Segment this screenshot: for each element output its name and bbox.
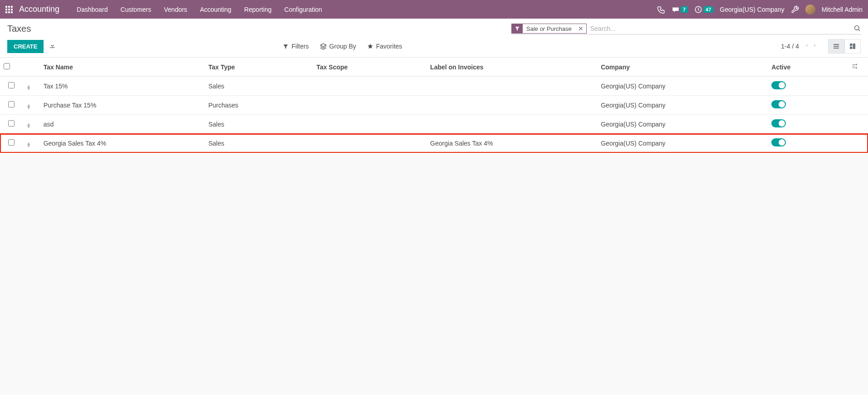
favorites-dropdown[interactable]: Favorites [367,43,402,50]
cell-label: Georgia Sales Tax 4% [427,134,597,153]
col-header-name[interactable]: Tax Name [40,58,205,77]
activities-badge: 47 [703,6,713,13]
col-header-active[interactable]: Active [768,58,848,77]
drag-handle-icon[interactable]: ▲▼ [23,77,39,96]
cell-name: Purchase Tax 15% [40,96,205,115]
cell-active [768,134,848,153]
page-title: Taxes [7,24,31,34]
active-toggle[interactable] [771,81,786,89]
messages-icon[interactable]: 7 [672,5,688,14]
row-checkbox[interactable] [8,101,15,107]
drag-handle-icon[interactable]: ▲▼ [23,96,39,115]
table-row[interactable]: ▲▼Purchase Tax 15%PurchasesGeorgia(US) C… [0,96,868,115]
col-header-company[interactable]: Company [597,58,768,77]
svg-point-3 [856,67,857,68]
cell-company: Georgia(US) Company [597,77,768,96]
groupby-dropdown[interactable]: Group By [320,43,356,50]
table-row[interactable]: ▲▼Georgia Sales Tax 4%SalesGeorgia Sales… [0,134,868,153]
cell-scope [313,115,427,134]
cell-scope [313,134,427,153]
cell-label [427,115,597,134]
drag-handle-icon[interactable]: ▲▼ [23,134,39,153]
nav-item-vendors[interactable]: Vendors [157,6,193,13]
active-toggle[interactable] [771,100,786,108]
taxes-table: Tax Name Tax Type Tax Scope Label on Inv… [0,58,868,153]
col-header-scope[interactable]: Tax Scope [313,58,427,77]
cell-label [427,96,597,115]
pager: 1-4 / 4 [781,39,861,54]
col-header-label[interactable]: Label on Invoices [427,58,597,77]
company-selector[interactable]: Georgia(US) Company [720,6,784,13]
favorites-label: Favorites [376,43,402,50]
table-row[interactable]: ▲▼Tax 15%SalesGeorgia(US) Company [0,77,868,96]
search-facet: Sale or Purchase ✕ [511,24,587,34]
nav-item-customers[interactable]: Customers [114,6,158,13]
cell-label [427,77,597,96]
filters-label: Filters [291,43,309,50]
messages-badge: 7 [681,6,688,13]
row-checkbox[interactable] [8,82,15,88]
filters-dropdown[interactable]: Filters [283,43,309,50]
cell-company: Georgia(US) Company [597,115,768,134]
drag-handle-icon[interactable]: ▲▼ [23,115,39,134]
avatar[interactable] [805,5,815,15]
view-kanban-button[interactable] [844,39,861,54]
cell-type: Sales [205,134,313,153]
select-all-checkbox[interactable] [4,63,10,69]
nav-item-reporting[interactable]: Reporting [238,6,278,13]
optional-columns-icon[interactable] [848,58,868,77]
nav-item-configuration[interactable]: Configuration [278,6,329,13]
search-input[interactable] [587,23,861,34]
facet-remove[interactable]: ✕ [575,25,586,32]
cell-name: asd [40,115,205,134]
list-view: Tax Name Tax Type Tax Scope Label on Inv… [0,58,868,153]
cell-active [768,96,848,115]
activities-icon[interactable]: 47 [694,5,713,14]
cell-type: Sales [205,115,313,134]
col-header-type[interactable]: Tax Type [205,58,313,77]
debug-icon[interactable] [791,5,799,14]
import-icon[interactable] [49,42,56,50]
pager-value[interactable]: 1-4 / 4 [781,43,799,50]
row-checkbox[interactable] [8,139,15,146]
top-navbar: Accounting Dashboard Customers Vendors A… [0,0,868,19]
app-brand[interactable]: Accounting [19,5,59,14]
phone-icon[interactable] [657,5,665,14]
svg-point-2 [856,64,857,65]
search-area: Sale or Purchase ✕ [511,23,861,34]
active-toggle[interactable] [771,138,786,146]
cell-scope [313,96,427,115]
groupby-label: Group By [329,43,356,50]
facet-label: Sale or Purchase [523,24,575,33]
create-button[interactable]: CREATE [7,40,44,53]
cell-type: Sales [205,77,313,96]
view-list-button[interactable] [828,39,844,54]
cell-name: Tax 15% [40,77,205,96]
cell-active [768,115,848,134]
pager-prev[interactable] [804,42,809,50]
control-panel: Taxes Sale or Purchase ✕ CREATE [0,19,868,58]
cell-company: Georgia(US) Company [597,96,768,115]
cell-name: Georgia Sales Tax 4% [40,134,205,153]
nav-item-accounting[interactable]: Accounting [194,6,238,13]
funnel-icon [512,24,523,33]
cell-type: Purchases [205,96,313,115]
row-checkbox[interactable] [8,120,15,127]
cell-scope [313,77,427,96]
user-menu[interactable]: Mitchell Admin [822,6,863,13]
search-icon[interactable] [853,24,861,34]
active-toggle[interactable] [771,119,786,127]
cell-active [768,77,848,96]
pager-next[interactable] [813,42,817,50]
table-row[interactable]: ▲▼asdSalesGeorgia(US) Company [0,115,868,134]
cell-company: Georgia(US) Company [597,134,768,153]
nav-item-dashboard[interactable]: Dashboard [70,6,114,13]
svg-point-1 [855,25,859,29]
apps-icon[interactable] [5,6,13,13]
nav-menu: Dashboard Customers Vendors Accounting R… [70,6,329,13]
